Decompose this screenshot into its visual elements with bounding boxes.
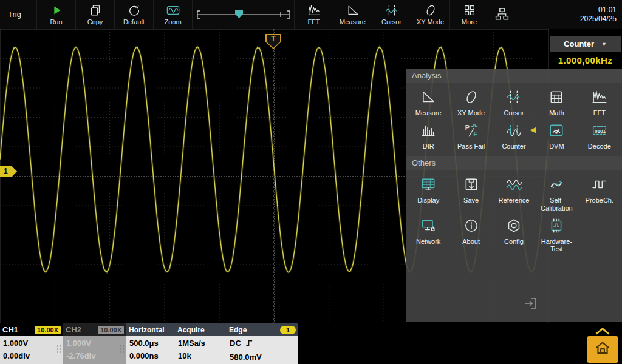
menu-item-counter[interactable]: Counter◀ [493, 120, 535, 153]
clock: 01:01 2025/04/25 [580, 0, 622, 29]
toolbar-button-label: Cursor [381, 18, 402, 25]
more-icon [463, 3, 476, 18]
menu-item-label: Math [549, 109, 564, 117]
menu-item-label: Pass Fail [457, 143, 485, 150]
trigger-source-badge: 1 [280, 326, 296, 334]
run-icon [50, 3, 63, 18]
fft-icon [307, 3, 321, 18]
oscilloscope-screen: Trig RunCopyDefaultZoom FFTMeasureCursor… [0, 0, 622, 364]
counter-dropdown[interactable]: Counter ▼ [550, 36, 621, 52]
menu-item-label: Network [416, 238, 440, 246]
sitemap-icon[interactable] [494, 0, 510, 29]
toolbar-button-copy[interactable]: Copy [75, 0, 114, 29]
toolbar-button-label: More [462, 18, 477, 25]
menu-item-label: DVM [549, 143, 564, 150]
menu-item-fft[interactable]: FFT [578, 86, 621, 120]
drag-grip-icon [56, 345, 61, 356]
math-icon [549, 89, 564, 107]
svg-text:P: P [465, 124, 469, 131]
menu-grid-others: DisplaySaveReferenceSelf-CalibrationProb… [406, 170, 622, 259]
acquire-label: Acquire [177, 326, 205, 334]
save-icon [463, 177, 479, 195]
menu-item-label: Decode [588, 143, 611, 150]
menu-item-xy-mode[interactable]: XY Mode [449, 86, 492, 120]
trigger-marker-label: T [265, 34, 281, 44]
ch2-offset: -2.76div [66, 349, 123, 362]
sample-rate-value: 1MSa/s [178, 337, 224, 349]
quick-access-widget [586, 326, 619, 363]
menu-item-cursor[interactable]: Cursor [493, 86, 535, 120]
toolbar-button-label: Default [123, 18, 145, 25]
timebase-value: 500.0μs [129, 337, 172, 349]
network-icon [420, 218, 436, 236]
menu-item-config[interactable]: Config [493, 215, 535, 255]
menu-item-hardware-test[interactable]: Hardware-Test [535, 215, 578, 255]
toolbar-button-label: Zoom [164, 18, 181, 25]
menu-item-label: Self-Calibration [536, 197, 577, 212]
menu-item-label: Display [417, 197, 439, 204]
exit-menu-icon[interactable] [522, 296, 539, 313]
trigger-level-value: 580.0mV [230, 351, 295, 363]
xy-icon [463, 89, 479, 107]
horizontal-position-indicator[interactable] [192, 0, 294, 29]
ch1-status-block[interactable]: CH1 10.00X 1.000V 0.00div [0, 323, 63, 364]
toolbar-button-cursor[interactable]: Cursor [372, 0, 411, 29]
menu-item-label: Config [504, 238, 524, 246]
about-icon [463, 218, 479, 236]
trigger-status-block[interactable]: Edge 1 DC 580.0mV [227, 323, 298, 364]
acquire-status-block[interactable]: Acquire 1MSa/s 10k [175, 323, 227, 364]
toolbar-button-run[interactable]: Run [36, 0, 75, 29]
menu-item-network[interactable]: Network [407, 215, 449, 255]
ch2-label: CH2 [66, 325, 81, 334]
cursor-icon [506, 89, 522, 107]
counter-icon [506, 123, 522, 141]
menu-item-pass-fail[interactable]: PFPass Fail [449, 120, 492, 153]
hardware-icon [549, 218, 564, 236]
status-bar: CH1 10.00X 1.000V 0.00div CH2 10.00X 1.0… [0, 323, 622, 364]
menu-item-measure[interactable]: Measure [407, 86, 449, 120]
default-icon [128, 3, 141, 18]
menu-item-decode[interactable]: 0101Decode [578, 120, 621, 153]
trigger-type-label: Edge [229, 326, 247, 334]
menu-item-label: XY Mode [457, 109, 485, 117]
menu-item-reference[interactable]: Reference [493, 174, 535, 214]
cursor-icon [385, 3, 398, 18]
menu-item-self-calibration[interactable]: Self-Calibration [535, 174, 578, 214]
toolbar-button-more[interactable]: More [449, 0, 488, 29]
toolbar-button-measure[interactable]: Measure [333, 0, 372, 29]
menu-item-dvm[interactable]: DVM [535, 120, 578, 153]
ch1-offset: 0.00div [3, 349, 60, 362]
menu-item-label: Save [463, 197, 479, 204]
decode-icon: 0101 [592, 123, 607, 141]
toolbar-button-xy-mode[interactable]: XY Mode [411, 0, 449, 29]
toolbar-button-fft[interactable]: FFT [294, 0, 333, 29]
menu-item-about[interactable]: About [449, 215, 492, 255]
menu-item-label: Hardware-Test [536, 238, 577, 253]
menu-item-display[interactable]: Display [407, 174, 449, 214]
svg-text:0101: 0101 [595, 128, 606, 133]
rising-edge-icon [245, 338, 253, 351]
toolbar-button-zoom[interactable]: Zoom [153, 0, 192, 29]
display-icon [420, 177, 436, 195]
fft-icon [592, 89, 607, 107]
counter-frequency-value: 1.000,00kHz [549, 52, 622, 69]
menu-item-math[interactable]: Math [535, 86, 578, 120]
menu-item-label: Measure [415, 109, 442, 117]
toolbar-button-default[interactable]: Default [114, 0, 153, 29]
home-icon [594, 340, 611, 359]
toolbar-button-label: FFT [307, 18, 320, 25]
menu-item-probech-[interactable]: ProbeCh. [578, 174, 621, 214]
svg-text:F: F [473, 130, 477, 138]
home-button[interactable] [587, 336, 618, 363]
ch2-status-block[interactable]: CH2 10.00X 1.000V -2.76div [63, 323, 126, 364]
probech-icon [592, 177, 607, 195]
date-display: 2025/04/25 [580, 15, 617, 24]
passfail-icon: PF [463, 123, 479, 141]
dvm-icon [549, 123, 564, 141]
ch2-probe-badge: 10.00X [98, 326, 124, 334]
menu-item-save[interactable]: Save [449, 174, 492, 214]
menu-item-dir[interactable]: DIR [407, 120, 449, 153]
horizontal-status-block[interactable]: Horizontal 500.0μs 0.000ns [126, 323, 175, 364]
horizontal-position-marker [235, 10, 243, 18]
expand-chevron-icon[interactable] [595, 326, 610, 335]
